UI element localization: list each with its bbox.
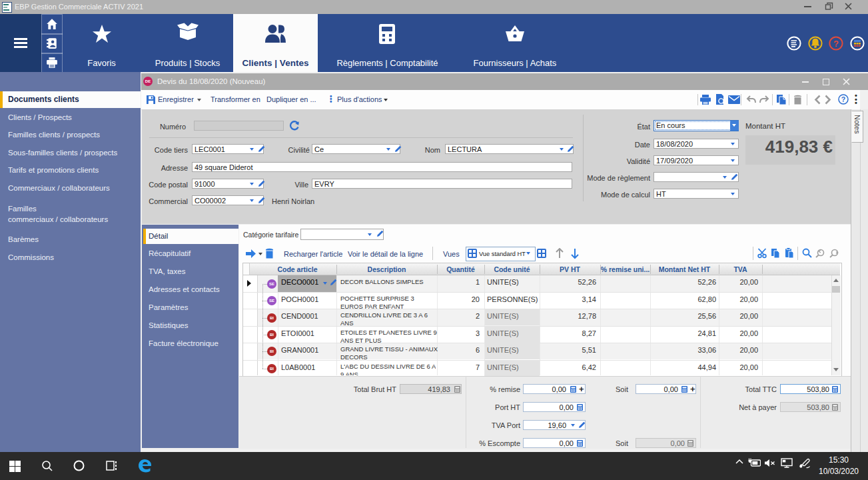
svg-text:?: ? (833, 39, 839, 49)
svg-text:?: ? (841, 95, 845, 103)
